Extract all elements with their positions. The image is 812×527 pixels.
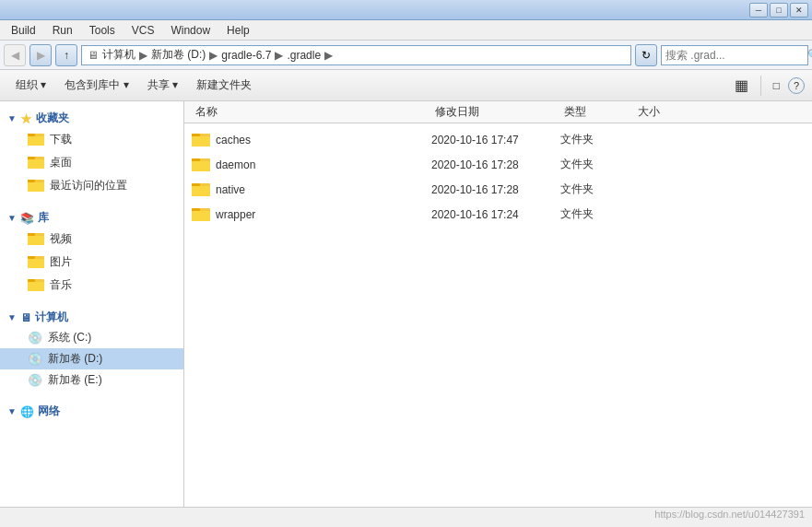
svg-rect-2 [28,136,44,146]
star-icon: ★ [20,111,32,126]
computer-icon: 🖥 [20,311,31,324]
forward-button[interactable]: ▶ [29,44,52,66]
svg-rect-14 [28,259,44,268]
network-icon: 🌐 [20,405,34,418]
svg-rect-16 [28,279,35,282]
col-header-date[interactable]: 修改日期 [431,104,560,120]
image-label: 图片 [50,254,72,270]
downloads-label: 下载 [50,132,72,147]
refresh-button[interactable]: ↻ [635,44,657,66]
svg-rect-5 [28,159,44,169]
svg-rect-4 [28,157,35,159]
file-name-caches: caches [192,130,431,149]
drive-d-label: 新加卷 (D:) [48,351,102,367]
svg-rect-23 [192,161,210,171]
folder-video-icon [28,230,44,248]
col-header-name[interactable]: 名称 [192,104,431,120]
nav-item-recent[interactable]: 最近访问的位置 [0,174,183,197]
drive-e-label: 新加卷 (E:) [48,372,102,388]
close-button[interactable]: ✕ [790,3,808,18]
search-icon: 🔍 [807,46,812,64]
window-controls: ─ □ ✕ [749,3,808,18]
menu-run[interactable]: Run [45,22,80,39]
include-library-button[interactable]: 包含到库中 ▾ [56,73,136,99]
library-label[interactable]: ▼ 📚 库 [0,205,183,228]
svg-rect-29 [192,211,210,221]
col-header-size[interactable]: 大小 [634,104,708,120]
svg-rect-8 [28,182,44,192]
nav-item-desktop[interactable]: 桌面 [0,151,183,174]
folder-desktop-icon [28,154,44,171]
breadcrumb: 计算机 ▶ 新加卷 (D:) ▶ gradle-6.7 ▶ .gradle ▶ [102,47,335,63]
drive-c-label: 系统 (C:) [48,330,91,345]
search-box[interactable]: 🔍 [661,45,808,65]
search-input[interactable] [662,49,807,62]
preview-pane-button[interactable]: □ [767,75,786,97]
nav-item-music[interactable]: 音乐 [0,274,183,297]
file-row-native[interactable]: native 2020-10-16 17:28 文件夹 [184,177,812,202]
file-date-wrapper: 2020-10-16 17:24 [431,208,560,221]
address-icon: 🖥 [88,49,99,62]
svg-rect-13 [28,256,35,259]
folder-recent-icon [28,177,44,194]
favorites-label[interactable]: ▼ ★ 收藏夹 [0,105,183,128]
menu-window[interactable]: Window [163,22,218,39]
help-button[interactable]: ? [788,77,805,94]
file-pane: 名称 修改日期 类型 大小 caches 2020-10-16 17:47 文件… [184,101,812,507]
network-triangle: ▼ [7,406,17,416]
main-area: ▼ ★ 收藏夹 下载 桌面 最近访问的位置 [0,101,812,507]
menu-help[interactable]: Help [219,22,257,39]
video-label: 视频 [50,231,72,247]
svg-rect-26 [192,186,210,196]
file-name-daemon: daemon [192,155,431,174]
network-section: ▼ 🌐 网络 [0,398,183,421]
file-type-wrapper: 文件夹 [560,206,634,222]
nav-item-drive-e[interactable]: 💿 新加卷 (E:) [0,369,183,391]
file-name-native: native [192,180,431,199]
col-header-type[interactable]: 类型 [560,104,634,120]
svg-rect-17 [28,282,44,291]
computer-triangle: ▼ [7,312,17,322]
library-triangle: ▼ [7,213,17,223]
file-type-daemon: 文件夹 [560,157,634,172]
crumb-computer[interactable]: 计算机 [102,47,135,63]
folder-download-icon [28,131,44,148]
crumb-gradle[interactable]: gradle-6.7 [221,49,271,62]
drive-e-icon: 💿 [28,373,42,387]
file-row-wrapper[interactable]: wrapper 2020-10-16 17:24 文件夹 [184,202,812,227]
folder-image-icon [28,253,44,271]
nav-item-drive-c[interactable]: 💿 系统 (C:) [0,327,183,348]
nav-item-downloads[interactable]: 下载 [0,128,183,151]
svg-rect-7 [28,180,35,182]
minimize-button[interactable]: ─ [749,3,768,18]
up-button[interactable]: ↑ [55,44,77,66]
file-row-caches[interactable]: caches 2020-10-16 17:47 文件夹 [184,127,812,152]
nav-item-image[interactable]: 图片 [0,251,183,274]
nav-item-drive-d[interactable]: 💿 新加卷 (D:) [0,348,183,369]
library-section: ▼ 📚 库 视频 图片 音乐 [0,205,183,297]
crumb-drive[interactable]: 新加卷 (D:) [151,47,206,63]
file-row-daemon[interactable]: daemon 2020-10-16 17:28 文件夹 [184,152,812,177]
favorites-text: 收藏夹 [36,111,69,126]
computer-label[interactable]: ▼ 🖥 计算机 [0,304,183,327]
organize-button[interactable]: 组织 ▾ [7,73,54,99]
menu-vcs[interactable]: VCS [124,22,162,39]
crumb-dotgradle[interactable]: .gradle [287,49,321,62]
nav-pane: ▼ ★ 收藏夹 下载 桌面 最近访问的位置 [0,101,184,507]
network-label[interactable]: ▼ 🌐 网络 [0,398,183,421]
share-button[interactable]: 共享 ▾ [139,73,186,99]
maximize-button[interactable]: □ [770,3,788,18]
nav-item-video[interactable]: 视频 [0,228,183,251]
menu-tools[interactable]: Tools [82,22,123,39]
favorites-triangle: ▼ [7,113,17,123]
view-icon-button[interactable]: ▦ [728,75,755,97]
folder-native-icon [192,180,210,199]
recent-label: 最近访问的位置 [50,178,127,193]
back-button[interactable]: ◀ [4,44,26,66]
menu-bar: Build Run Tools VCS Window Help [0,20,812,41]
library-text: 库 [38,210,49,226]
folder-wrapper-icon [192,205,210,224]
new-folder-button[interactable]: 新建文件夹 [188,73,260,99]
menu-build[interactable]: Build [4,22,43,39]
address-input[interactable]: 🖥 计算机 ▶ 新加卷 (D:) ▶ gradle-6.7 ▶ .gradle … [81,45,631,65]
